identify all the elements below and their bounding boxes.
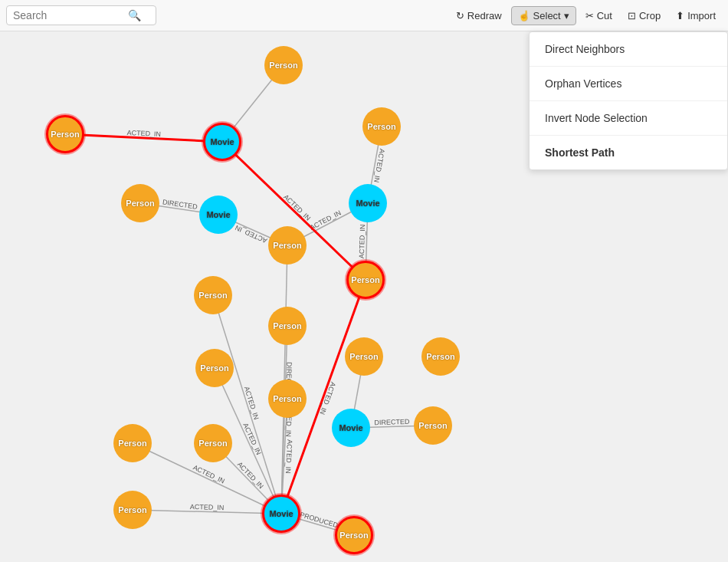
crop-button[interactable]: ⊡ Crop xyxy=(621,7,667,25)
import-button[interactable]: ⬆ Import xyxy=(670,7,722,25)
node-n21[interactable]: Person xyxy=(335,516,373,554)
svg-text:DIRECTED: DIRECTED xyxy=(374,418,410,426)
node-n22[interactable]: Person xyxy=(113,491,152,529)
node-n9[interactable]: Person xyxy=(346,261,385,299)
svg-text:ACTED_IN: ACTED_IN xyxy=(241,422,263,456)
crop-icon: ⊡ xyxy=(628,10,636,21)
node-n18[interactable]: Person xyxy=(113,424,152,462)
svg-line-0 xyxy=(65,134,222,142)
node-n15[interactable]: Person xyxy=(268,380,307,418)
node-n19[interactable]: Person xyxy=(194,424,232,462)
svg-text:PRODUCED: PRODUCED xyxy=(299,511,339,529)
node-n13[interactable]: Person xyxy=(421,337,460,376)
import-icon: ⬆ xyxy=(676,10,684,21)
dropdown-item-orphan-vertices[interactable]: Orphan Vertices xyxy=(530,67,727,101)
cursor-icon: ☝ xyxy=(518,10,530,21)
svg-text:ACTED_IN: ACTED_IN xyxy=(243,386,261,420)
svg-text:ACTED_IN: ACTED_IN xyxy=(282,193,312,222)
toolbar: 🔍 ↻ Redraw ☝ Select ▾ ✂ Cut ⊡ Crop ⬆ Imp… xyxy=(0,0,728,31)
toolbar-right: ↻ Redraw ☝ Select ▾ ✂ Cut ⊡ Crop ⬆ Impor… xyxy=(450,6,722,25)
select-button[interactable]: ☝ Select ▾ xyxy=(511,6,576,25)
cut-icon: ✂ xyxy=(585,10,594,21)
cut-button[interactable]: ✂ Cut xyxy=(579,7,618,25)
dropdown-menu: Direct NeighborsOrphan VerticesInvert No… xyxy=(529,31,728,170)
svg-line-29 xyxy=(133,510,281,514)
node-n12[interactable]: Person xyxy=(345,337,383,376)
svg-line-19 xyxy=(281,326,287,514)
node-n7[interactable]: Movie xyxy=(349,184,387,222)
node-n8[interactable]: Person xyxy=(268,226,307,265)
dropdown-item-invert-selection[interactable]: Invert Node Selection xyxy=(530,101,727,136)
svg-text:ACTED_IN: ACTED_IN xyxy=(192,464,226,485)
svg-text:ACTED_IN: ACTED_IN xyxy=(126,129,161,138)
node-n10[interactable]: Person xyxy=(194,276,232,314)
node-n4[interactable]: Person xyxy=(362,107,401,146)
node-n1[interactable]: Person xyxy=(264,46,303,84)
svg-text:DIRECTED: DIRECTED xyxy=(162,198,198,211)
search-box: 🔍 xyxy=(6,5,156,25)
node-n14[interactable]: Person xyxy=(195,349,234,387)
node-n20[interactable]: Movie xyxy=(262,495,300,533)
node-n2[interactable]: Person xyxy=(46,115,84,153)
svg-text:ACTED_IN: ACTED_IN xyxy=(309,209,343,232)
dropdown-item-direct-neighbors[interactable]: Direct Neighbors xyxy=(530,32,727,67)
search-input[interactable] xyxy=(13,9,128,21)
redraw-button[interactable]: ↻ Redraw xyxy=(450,7,508,25)
redraw-icon: ↻ xyxy=(456,10,464,21)
svg-text:ACTED_IN: ACTED_IN xyxy=(234,224,268,245)
search-button[interactable]: 🔍 xyxy=(128,9,141,21)
svg-text:ACTED_IN: ACTED_IN xyxy=(284,439,293,474)
dropdown-item-shortest-path[interactable]: Shortest Path xyxy=(530,136,727,169)
node-n17[interactable]: Person xyxy=(414,406,452,445)
svg-text:ACTED_IN: ACTED_IN xyxy=(236,460,265,490)
chevron-down-icon: ▾ xyxy=(564,10,569,21)
svg-text:ACTED_IN: ACTED_IN xyxy=(372,148,386,183)
svg-text:ACTED_IN: ACTED_IN xyxy=(358,224,366,258)
node-n3[interactable]: Movie xyxy=(203,123,241,161)
node-n11[interactable]: Person xyxy=(268,307,307,345)
node-n16[interactable]: Movie xyxy=(332,409,370,447)
node-n6[interactable]: Movie xyxy=(199,196,238,234)
node-n5[interactable]: Person xyxy=(121,184,159,222)
svg-text:ACTED_IN: ACTED_IN xyxy=(190,503,225,511)
svg-text:ACTED_IN: ACTED_IN xyxy=(318,381,337,416)
